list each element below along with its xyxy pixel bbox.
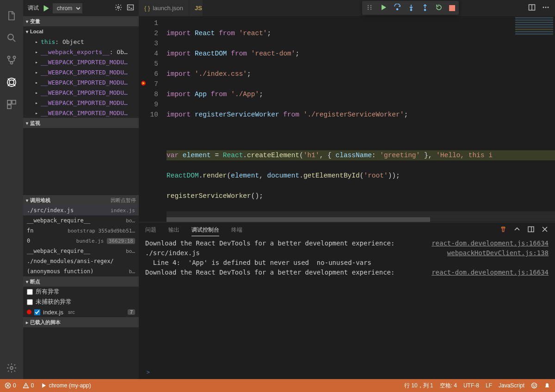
horizontal-scrollbar[interactable] [166, 217, 555, 222]
svg-point-19 [370, 6, 371, 7]
bp-all-ex-checkbox[interactable] [27, 289, 33, 295]
status-indent[interactable]: 空格: 4 [440, 382, 457, 390]
callstack-frame[interactable]: (anonymous function)b… [23, 266, 139, 276]
svg-point-9 [10, 367, 13, 369]
debug-icon[interactable] [0, 71, 23, 93]
status-debug-target[interactable]: chrome (my-app) [40, 382, 91, 389]
watch-body[interactable] [23, 128, 139, 195]
split-editor-icon[interactable] [528, 4, 536, 12]
start-debug-button[interactable] [42, 4, 50, 12]
code-editor[interactable]: 12345678910 import React from 'react'; i… [139, 16, 555, 222]
breakpoint-glyph-icon[interactable] [141, 80, 146, 86]
close-panel-icon[interactable] [541, 226, 549, 234]
extensions-icon[interactable] [0, 93, 23, 116]
feedback-icon[interactable] [531, 382, 537, 389]
svg-point-17 [370, 5, 371, 6]
bp-uncaught-checkbox[interactable] [27, 299, 33, 305]
panel-position-icon[interactable] [527, 226, 535, 234]
breakpoint-dot-icon [27, 310, 31, 314]
status-language[interactable]: JavaScript [499, 382, 524, 389]
callstack-list: ./src/index.jsindex.js__webpack_require_… [23, 205, 139, 276]
svg-rect-6 [7, 100, 11, 104]
debug-config-select[interactable]: chrom [53, 3, 82, 13]
step-out-button[interactable] [421, 4, 429, 12]
variable-row[interactable]: ▸ __WEBPACK_IMPORTED_MODU… [23, 87, 139, 98]
svg-point-5 [9, 80, 14, 85]
source-link[interactable]: webpackHotDevClient.js:138 [447, 248, 549, 258]
callstack-frame[interactable]: ./node_modules/ansi-regex/ [23, 256, 139, 266]
status-encoding[interactable]: UTF-8 [463, 382, 479, 389]
source-link[interactable]: react-dom.development.js:16634 [432, 239, 549, 248]
console-message: ./src/index.jswebpackHotDevClient.js:138 [145, 248, 549, 258]
bp-file-checkbox[interactable] [34, 309, 40, 315]
console-message: Line 4: 'App' is defined but never used … [145, 258, 549, 268]
variable-row[interactable]: ▸ __WEBPACK_IMPORTED_MODU… [23, 67, 139, 77]
drag-handle-icon[interactable] [366, 4, 373, 12]
console-icon[interactable] [127, 4, 134, 12]
tab-problems[interactable]: 问题 [145, 224, 156, 236]
scm-icon[interactable] [0, 49, 23, 71]
debug-console-input[interactable]: ＞ [139, 368, 555, 379]
variable-row[interactable]: ▸ __WEBPACK_IMPORTED_MODU… [23, 108, 139, 118]
step-into-button[interactable] [407, 4, 415, 12]
callstack-frame[interactable]: 0bundle.js 36629:18 [23, 236, 139, 246]
variables-section-header[interactable]: ▾变量 [23, 16, 139, 26]
clear-console-icon[interactable] [500, 226, 507, 234]
collapse-icon[interactable] [513, 226, 521, 234]
debug-title: 调试 [28, 4, 39, 12]
stop-button[interactable] [449, 5, 455, 11]
callstack-frame[interactable]: __webpack_require__bo… [23, 246, 139, 256]
local-scope-header[interactable]: ▾Local [23, 26, 139, 37]
svg-point-13 [543, 7, 544, 8]
bell-icon[interactable] [544, 382, 550, 389]
callstack-frame[interactable]: __webpack_require__bo… [23, 215, 139, 226]
svg-point-23 [411, 9, 412, 11]
source-link[interactable]: react-dom.development.js:16634 [432, 268, 549, 277]
tab-terminal[interactable]: 终端 [231, 224, 242, 236]
tab-output[interactable]: 输出 [168, 224, 179, 236]
more-icon[interactable] [542, 4, 549, 12]
bp-line-badge: 7 [128, 309, 135, 315]
code-content[interactable]: import React from 'react'; import ReactD… [166, 16, 555, 222]
search-icon[interactable] [0, 27, 23, 49]
explorer-icon[interactable] [0, 5, 23, 27]
settings-gear-icon[interactable] [0, 357, 23, 379]
status-eol[interactable]: LF [486, 382, 492, 389]
variable-row[interactable]: ▸ __WEBPACK_IMPORTED_MODU… [23, 77, 139, 87]
status-line-col[interactable]: 行 10，列 1 [404, 382, 433, 390]
callstack-frame[interactable]: fnbootstrap 355a9d9bb51… [23, 226, 139, 236]
loaded-scripts-header[interactable]: ▸已载入的脚本 [23, 317, 139, 327]
bottom-panel: 问题 输出 调试控制台 终端 Download the React DevToo… [139, 222, 555, 379]
bp-uncaught-exceptions[interactable]: 未捕获的异常 [23, 297, 139, 307]
variable-row[interactable]: ▸ this: Object [23, 37, 139, 47]
status-errors[interactable]: 0 [5, 382, 16, 389]
svg-rect-11 [128, 5, 134, 10]
svg-point-21 [370, 8, 371, 9]
variables-tree: ▸ this: Object▸ __webpack_exports__: Ob…… [23, 37, 139, 118]
step-over-button[interactable] [394, 4, 401, 12]
debug-toolbar[interactable] [362, 1, 459, 15]
minimap[interactable] [513, 16, 555, 39]
gear-icon[interactable] [115, 4, 122, 12]
tab-index-js[interactable]: JS [189, 0, 203, 16]
status-warnings[interactable]: 0 [23, 382, 34, 389]
breakpoints-section-header[interactable]: ▾断点 [23, 276, 139, 287]
svg-point-28 [532, 383, 537, 388]
callstack-section-header[interactable]: ▾调用堆栈 因断点暂停 [23, 195, 139, 205]
tab-launch-json[interactable]: { } launch.json [139, 0, 189, 16]
bp-file-row[interactable]: index.js src 7 [23, 307, 139, 317]
editor-tabs: { } launch.json JS [139, 0, 555, 16]
tab-debug-console[interactable]: 调试控制台 [191, 224, 219, 236]
restart-button[interactable] [435, 4, 443, 12]
bp-all-exceptions[interactable]: 所有异常 [23, 287, 139, 297]
svg-point-24 [425, 9, 426, 11]
variable-row[interactable]: ▸ __WEBPACK_IMPORTED_MODU… [23, 57, 139, 67]
variable-row[interactable]: ▸ __WEBPACK_IMPORTED_MODU… [23, 98, 139, 108]
callstack-frame[interactable]: ./src/index.jsindex.js [23, 205, 139, 215]
watch-section-header[interactable]: ▾监视 [23, 118, 139, 128]
continue-button[interactable] [380, 4, 387, 12]
debug-console-output[interactable]: Download the React DevTools for a better… [139, 238, 555, 368]
debug-header: 调试 chrom [23, 0, 139, 16]
svg-point-2 [13, 56, 16, 59]
variable-row[interactable]: ▸ __webpack_exports__: Ob… [23, 47, 139, 57]
